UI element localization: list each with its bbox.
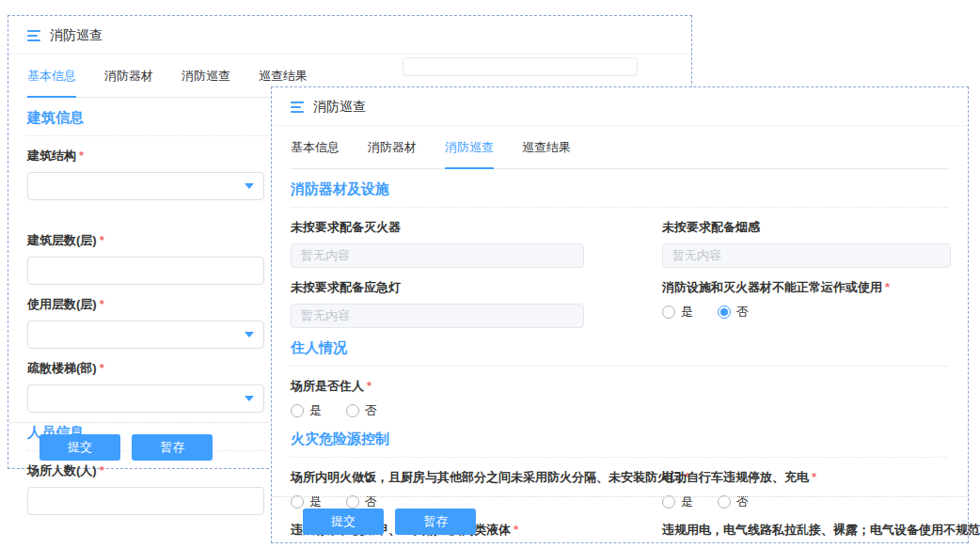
emergency-light-input: 暂无内容	[291, 304, 584, 328]
radio-circle-icon	[718, 305, 731, 319]
field-emergency-light: 未按要求配备应急灯 暂无内容	[291, 268, 584, 328]
tab-inspection-result[interactable]: 巡查结果	[522, 132, 571, 168]
section-occupancy: 住人情况	[291, 339, 949, 367]
radio-circle-icon	[662, 305, 675, 319]
caret-down-icon	[245, 183, 254, 189]
radio-yes[interactable]: 是	[291, 402, 322, 419]
radio-no[interactable]: 否	[346, 402, 377, 419]
required-mark: *	[100, 463, 104, 478]
save-draft-button[interactable]: 暂存	[395, 509, 476, 535]
evacuation-stairs-select[interactable]	[27, 384, 264, 413]
caret-down-icon	[245, 332, 254, 337]
required-mark: *	[79, 149, 84, 163]
tab-bar: 基本信息 消防器材 消防巡查 巡查结果	[291, 132, 949, 169]
window-fire-inspection: 消防巡查 基本信息 消防器材 消防巡查 巡查结果 消防器材及设施 未按要求配备灭…	[271, 86, 969, 543]
equipment-malfunction-label: 消防设施和灭火器材不能正常运作或使用*	[662, 279, 951, 296]
is-occupied-label: 场所是否住人*	[291, 378, 949, 395]
form-footer: 提交 暂存	[273, 496, 967, 535]
window-header: 消防巡查	[8, 22, 691, 55]
emergency-light-label: 未按要求配备应急灯	[291, 279, 584, 296]
radio-yes[interactable]: 是	[662, 304, 693, 321]
menu-fold-icon[interactable]	[27, 30, 40, 41]
tab-fire-equipment[interactable]: 消防器材	[368, 132, 417, 168]
field-extinguisher: 未按要求配备灭火器 暂无内容	[291, 208, 584, 268]
save-draft-button[interactable]: 暂存	[132, 434, 213, 461]
page-title: 消防巡查	[50, 27, 103, 44]
field-is-occupied: 场所是否住人* 是 否	[291, 378, 949, 419]
submit-button[interactable]: 提交	[303, 509, 384, 535]
smoke-detector-label: 未按要求配备烟感	[662, 219, 951, 236]
ebike-violation-label: 电动自行车违规停放、充电*	[662, 469, 951, 486]
building-structure-select[interactable]	[27, 172, 264, 200]
partial-input-field[interactable]	[403, 57, 638, 76]
required-mark: *	[100, 297, 104, 311]
extinguisher-label: 未按要求配备灭火器	[291, 219, 584, 236]
tab-basic-info[interactable]: 基本信息	[291, 132, 340, 168]
field-equipment-malfunction: 消防设施和灭火器材不能正常运作或使用* 是 否	[662, 268, 951, 321]
page-title: 消防巡查	[313, 99, 366, 116]
submit-button[interactable]: 提交	[40, 434, 120, 461]
required-mark: *	[100, 361, 104, 375]
equipment-malfunction-radio-group: 是 否	[662, 304, 951, 321]
tab-fire-inspection[interactable]: 消防巡查	[445, 132, 494, 169]
extinguisher-input: 暂无内容	[291, 243, 584, 268]
tab-fire-inspection[interactable]: 消防巡查	[182, 60, 230, 97]
section-fire-hazard-control: 火灾危险源控制	[291, 431, 949, 458]
building-floors-input[interactable]	[27, 257, 264, 285]
radio-circle-icon	[346, 404, 359, 417]
caret-down-icon	[245, 396, 254, 401]
tab-basic-info[interactable]: 基本信息	[27, 60, 76, 98]
required-mark: *	[367, 379, 371, 393]
smoke-detector-input: 暂无内容	[662, 243, 951, 268]
section-fire-equipment-facilities: 消防器材及设施	[291, 180, 949, 208]
required-mark: *	[100, 233, 104, 247]
window-body: 消防巡查 基本信息 消防器材 消防巡查 巡查结果 消防器材及设施 未按要求配备灭…	[272, 87, 968, 542]
radio-no[interactable]: 否	[718, 304, 749, 321]
required-mark: *	[885, 280, 890, 294]
field-smoke-detector: 未按要求配备烟感 暂无内容	[662, 208, 951, 268]
is-occupied-radio-group: 是 否	[291, 402, 949, 419]
menu-fold-icon[interactable]	[291, 102, 304, 113]
tab-fire-equipment[interactable]: 消防器材	[104, 60, 153, 97]
open-flame-cooking-label: 场所内明火做饭，且厨房与其他部分之间未采用防火分隔、未安装防火门*	[291, 469, 584, 486]
window-header: 消防巡查	[272, 93, 968, 126]
used-floors-select[interactable]	[27, 321, 264, 349]
occupant-count-input[interactable]	[27, 487, 264, 515]
radio-circle-icon	[291, 404, 304, 417]
required-mark: *	[812, 470, 816, 484]
equipment-grid: 未按要求配备灭火器 暂无内容 未按要求配备烟感 暂无内容 未按要求配备应急灯 暂…	[291, 208, 949, 328]
